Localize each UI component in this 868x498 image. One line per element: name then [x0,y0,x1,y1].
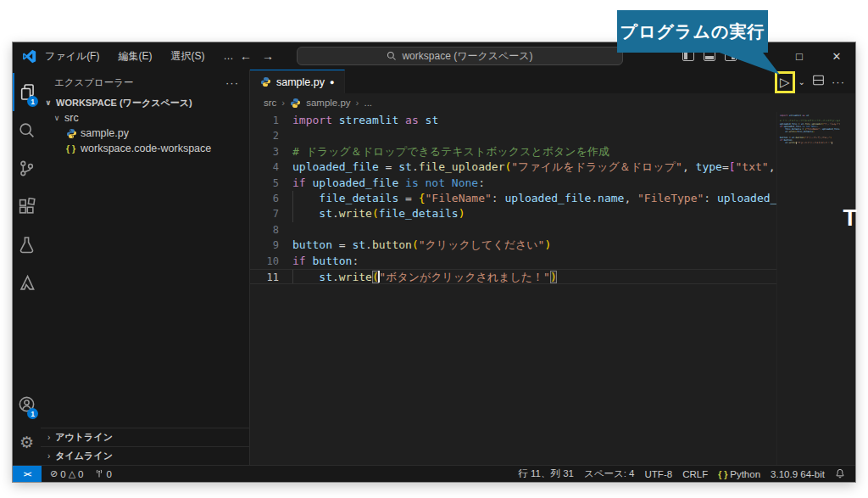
run-button-highlight: ▷ [775,71,795,93]
line-number: 10 [250,254,279,269]
python-icon [260,76,271,87]
tab-sample-py[interactable]: sample.py ● [250,70,345,93]
eol-sequence[interactable]: CRLF [677,469,713,479]
explorer-badge: 1 [27,96,38,107]
python-interpreter[interactable]: 3.10.9 64-bit [765,469,830,479]
close-button[interactable]: ✕ [818,42,855,70]
python-icon [66,128,77,139]
window-controls: □ ✕ [781,42,855,70]
tree-file-code-workspace[interactable]: { } workspace.code-workspace [41,141,249,156]
encoding[interactable]: UTF-8 [640,469,678,479]
extensions-icon[interactable] [13,187,41,226]
cursor-position[interactable]: 行 11、列 31 [513,467,579,480]
line-number: 3 [250,144,279,159]
explorer-icon[interactable]: 1 [13,73,41,111]
radio-tower-icon [94,468,104,480]
minimap[interactable]: import streamlit as st# ドラッグ＆ドロップできるテキスト… [776,112,840,465]
maximize-button[interactable]: □ [781,42,818,70]
python-icon [290,98,301,109]
sidebar-more-actions[interactable]: ··· [225,76,239,89]
chevron-right-icon: › [356,98,359,108]
code-line[interactable]: 6 file_details = {"FileName": uploaded_f… [250,191,776,206]
menu-edit[interactable]: 編集(E) [118,49,152,64]
line-number: 4 [250,159,279,175]
menu-selection[interactable]: 選択(S) [170,49,204,64]
error-circle-icon: ⊘ [50,468,58,479]
code-line[interactable]: 3# ドラッグ＆ドロップできるテキストボックスとボタンを作成 [250,144,776,159]
line-number: 2 [250,128,279,143]
source-control-icon[interactable] [13,149,41,187]
line-number: 5 [250,176,279,191]
tree-file-sample-py[interactable]: sample.py [41,126,249,141]
json-braces-icon: { } [66,143,77,154]
stray-letter: T [843,205,858,232]
tab-bar: sample.py ● ▷ ⌄ ··· [250,70,855,93]
settings-gear-icon[interactable]: ⚙ [13,423,41,462]
search-view-icon[interactable] [13,111,41,149]
command-center-search[interactable]: workspace (ワークスペース) [297,47,623,65]
line-number: 8 [250,222,279,238]
code-line[interactable]: 8 [250,222,776,238]
azure-icon[interactable] [13,264,41,302]
editor-actions: ▷ ⌄ ··· [775,70,845,93]
back-arrow-icon[interactable]: ← [240,49,252,63]
indent-guide [292,206,293,221]
forward-arrow-icon[interactable]: → [262,49,274,63]
line-number: 1 [250,113,279,128]
code-line[interactable]: 2 [250,128,776,143]
vscode-logo-icon [22,49,36,64]
code-line[interactable]: 10if button: [250,254,776,269]
indentation[interactable]: スペース: 4 [579,467,640,480]
run-button[interactable]: ▷ [780,75,790,90]
tree-root-workspace[interactable]: ∨ WORKSPACE (ワークスペース) [41,95,249,110]
editor-group: sample.py ● ▷ ⌄ ··· src › [250,70,855,465]
screenshot-canvas: プログラムの実行 ファイル(F) 編集(E) 選択(S) … ← → works… [0,0,868,498]
outline-section[interactable]: › アウトライン [41,428,249,446]
scrollbar-gutter[interactable]: T [840,112,855,465]
search-icon [387,51,397,61]
code-line[interactable]: 1import streamlit as st [250,113,776,128]
editor-more-actions[interactable]: ··· [832,76,845,88]
menu-file[interactable]: ファイル(F) [45,49,99,64]
code-line: st.write("ボタンがクリックされました！") [777,142,840,144]
chevron-right-icon: › [281,98,285,108]
braces-icon: { } [718,469,727,479]
code-editor[interactable]: 1import streamlit as st23# ドラッグ＆ドロップできるテ… [250,112,776,465]
tab-label: sample.py [276,76,325,88]
code-line[interactable]: 11 st.write("ボタンがクリックされました！") [250,269,776,284]
warning-triangle-icon: △ [69,468,75,479]
line-number: 9 [250,238,279,253]
remote-indicator[interactable]: >< [13,466,42,482]
breadcrumb[interactable]: src › sample.py › ... [250,93,855,112]
menu-bar: ファイル(F) 編集(E) 選択(S) … [45,42,233,70]
sidebar-title: エクスプローラー [54,76,134,89]
accounts-badge: 1 [27,408,38,419]
tree-folder-src[interactable]: ∨ src [41,110,249,126]
code-line[interactable]: 5if uploaded_file is not None: [250,176,776,191]
chevron-down-icon: ∨ [44,98,53,107]
code-line[interactable]: 4uploaded_file = st.file_uploader("ファイルを… [250,159,776,175]
indent-guide [292,191,293,206]
chevron-down-icon: ∨ [53,114,61,122]
language-mode[interactable]: { } Python [713,469,765,479]
problems-indicator[interactable]: ⊘ 0 △ 0 [45,468,89,479]
notifications-bell[interactable] [830,468,850,480]
testing-icon[interactable] [13,226,41,264]
timeline-section[interactable]: › タイムライン [41,446,249,465]
history-nav: ← → [240,42,274,70]
chevron-right-icon: › [47,451,50,461]
run-dropdown-icon[interactable]: ⌄ [798,77,805,87]
indent-guide [292,270,293,283]
ports-indicator[interactable]: 0 [89,468,117,480]
code-line[interactable]: 9button = st.button("クリックしてください") [250,238,776,253]
line-number: 11 [250,270,279,285]
accounts-icon[interactable]: 1 [13,385,41,423]
menu-more[interactable]: … [223,50,233,62]
unsaved-dot-icon[interactable]: ● [330,78,334,87]
split-editor-icon[interactable] [812,74,825,90]
code-line[interactable]: 7 st.write(file_details) [250,206,776,221]
status-bar: >< ⊘ 0 △ 0 0 行 11、列 31 スペース: 4 UTF [13,465,855,482]
search-label: workspace (ワークスペース) [402,49,532,64]
activity-bar: 1 1 [13,70,41,465]
annotation-callout: プログラムの実行 [617,10,768,53]
